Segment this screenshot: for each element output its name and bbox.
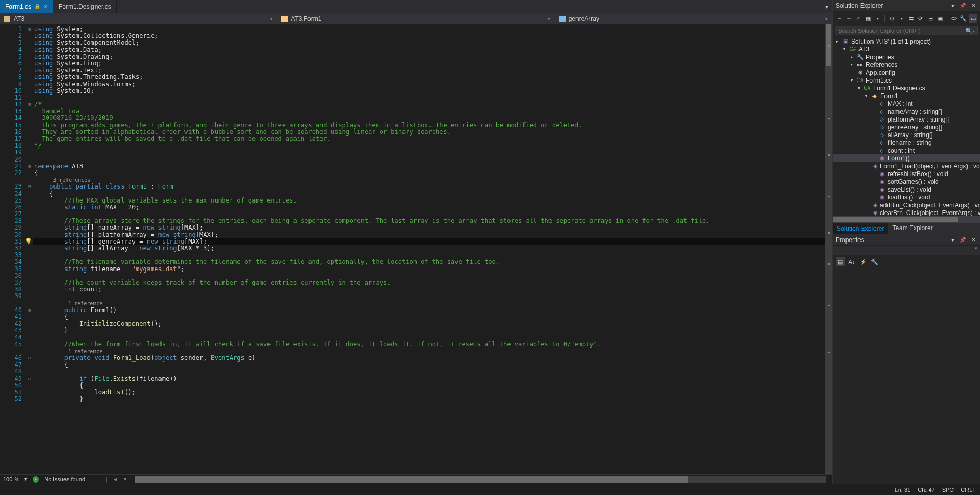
tree-horizontal-scrollbar[interactable] bbox=[833, 216, 980, 223]
code-editor[interactable]: 1234567891011121314151617181920212223242… bbox=[0, 24, 832, 474]
nav-caret[interactable]: ▾ bbox=[124, 476, 127, 483]
status-eol[interactable]: CRLF bbox=[961, 487, 976, 493]
status-line[interactable]: Ln: 31 bbox=[895, 487, 911, 493]
zoom-level[interactable]: 100 % bbox=[3, 476, 19, 483]
tree-node[interactable]: ▾C#Form1.Designer.cs bbox=[833, 84, 980, 92]
tree-node[interactable]: ◇platformArray : string[] bbox=[833, 115, 980, 123]
tree-label: saveList() : void bbox=[888, 185, 931, 194]
tab-solution-explorer[interactable]: Solution Explorer bbox=[833, 223, 888, 234]
preview-icon[interactable]: ▭ bbox=[969, 14, 976, 23]
change-marker bbox=[828, 352, 830, 353]
tree-node[interactable]: ◉loadList() : void bbox=[833, 193, 980, 201]
code-icon[interactable]: <> bbox=[950, 14, 958, 23]
events-icon[interactable]: ⚡ bbox=[858, 257, 868, 266]
scrollbar-thumb[interactable] bbox=[833, 217, 958, 222]
pin-icon[interactable]: 📌 bbox=[959, 237, 966, 243]
tree-label: sortGames() : void bbox=[888, 178, 939, 186]
tree-node[interactable]: ◉Form1() bbox=[833, 154, 980, 162]
mth-icon: ◉ bbox=[878, 155, 885, 162]
tree-node[interactable]: ◇MAX : int bbox=[833, 100, 980, 108]
tree-node[interactable]: ◇count : int bbox=[833, 146, 980, 154]
properties-wrench-icon[interactable]: 🔧 bbox=[870, 257, 879, 266]
solution-explorer-header: Solution Explorer ▾ 📌 ✕ bbox=[833, 0, 980, 11]
zoom-caret[interactable]: ▾ bbox=[24, 476, 28, 483]
status-char[interactable]: Ch: 47 bbox=[918, 487, 934, 493]
switch-views-icon[interactable]: ▦ bbox=[864, 14, 871, 23]
close-icon[interactable]: ✕ bbox=[970, 237, 977, 243]
tree-node[interactable]: ▾C#AT3 bbox=[833, 45, 980, 53]
tab-team-explorer[interactable]: Team Explorer bbox=[888, 223, 936, 234]
mth-icon: ◉ bbox=[873, 202, 878, 208]
properties-grid bbox=[833, 269, 980, 484]
tree-node[interactable]: ▸▸▸References bbox=[833, 61, 980, 69]
filter-icon[interactable]: ⊙ bbox=[888, 14, 895, 23]
caret-icon[interactable]: ▾ bbox=[898, 14, 905, 23]
tree-node[interactable]: ◇nameArray : string[] bbox=[833, 108, 980, 115]
tree-node[interactable]: ◉refreshListBox() : void bbox=[833, 170, 980, 178]
solution-tree[interactable]: ▸▣Solution 'AT3' (1 of 1 project)▾C#AT3▸… bbox=[833, 36, 980, 216]
tree-node[interactable]: ◇genreArray : string[] bbox=[833, 123, 980, 131]
refresh-icon[interactable]: ⟳ bbox=[917, 14, 924, 23]
tree-caret[interactable]: ▾ bbox=[864, 92, 869, 100]
properties-object-dropdown[interactable]: ▾ bbox=[833, 246, 980, 255]
search-icon[interactable]: 🔍▾ bbox=[965, 28, 975, 34]
solution-search-input[interactable] bbox=[835, 26, 978, 35]
tree-node[interactable]: ◇filename : string bbox=[833, 139, 980, 146]
mth-icon: ◉ bbox=[878, 194, 885, 200]
tab-label: Form1.Designer.cs bbox=[59, 3, 111, 10]
tree-node[interactable]: ◉clearBtn_Click(object, EventArgs) : voi… bbox=[833, 209, 980, 216]
change-marker bbox=[828, 45, 830, 47]
window-dropdown-button[interactable]: ▾ bbox=[949, 3, 956, 8]
horizontal-scrollbar[interactable] bbox=[135, 476, 826, 483]
status-indent[interactable]: SPC bbox=[942, 487, 954, 493]
close-icon[interactable]: ✕ bbox=[44, 4, 48, 9]
tree-caret[interactable]: ▾ bbox=[849, 76, 854, 85]
properties-icon[interactable]: 🔧 bbox=[960, 14, 967, 23]
code-area[interactable]: using System;using System.Collections.Ge… bbox=[33, 24, 825, 474]
close-icon[interactable]: ✕ bbox=[970, 3, 977, 8]
file-tabs: Form1.cs 🔒 ✕ Form1.Designer.cs ▾ bbox=[0, 0, 832, 13]
tab-form1-cs[interactable]: Form1.cs 🔒 ✕ bbox=[0, 0, 53, 13]
tree-node[interactable]: ▸▣Solution 'AT3' (1 of 1 project) bbox=[833, 37, 980, 45]
back-icon[interactable]: ← bbox=[836, 14, 843, 23]
home-icon[interactable]: ⌂ bbox=[855, 14, 862, 23]
mth-icon: ◉ bbox=[873, 163, 878, 169]
nav-member[interactable]: genreArray ▾ bbox=[555, 13, 832, 24]
tree-caret[interactable]: ▸ bbox=[849, 53, 854, 61]
nav-class[interactable]: AT3.Form1 ▾ bbox=[277, 13, 555, 24]
issues-label[interactable]: No issues found bbox=[44, 476, 85, 483]
tree-label: Form1.cs bbox=[866, 76, 892, 85]
pin-icon[interactable]: 📌 bbox=[959, 3, 966, 8]
tree-caret[interactable]: ▸ bbox=[835, 37, 840, 46]
tree-caret[interactable]: ▸ bbox=[849, 61, 854, 69]
tree-node[interactable]: ▾C#Form1.cs bbox=[833, 76, 980, 84]
tree-caret[interactable]: ▾ bbox=[856, 84, 862, 92]
show-all-icon[interactable]: ▣ bbox=[936, 14, 943, 23]
tree-node[interactable]: ◉sortGames() : void bbox=[833, 178, 980, 185]
forward-icon[interactable]: → bbox=[845, 14, 852, 23]
issues-ok-icon: ✓ bbox=[33, 476, 39, 483]
tree-node[interactable]: ▸🔧Properties bbox=[833, 53, 980, 61]
tree-node[interactable]: ⚙App.config bbox=[833, 69, 980, 76]
nav-namespace[interactable]: AT3 ▾ bbox=[0, 13, 277, 24]
fold-column[interactable]: ⊟⊟⊟⊟⊟⊟⊟ bbox=[26, 24, 33, 474]
tree-node[interactable]: ◉saveList() : void bbox=[833, 185, 980, 193]
nav-back[interactable]: ◄ bbox=[113, 476, 118, 483]
tree-node[interactable]: ◉addBtn_Click(object, EventArgs) : void bbox=[833, 201, 980, 209]
lightbulb-icon[interactable]: 💡 bbox=[25, 238, 32, 245]
vertical-scrollbar[interactable]: ✚ bbox=[825, 24, 832, 474]
tree-label: count : int bbox=[888, 146, 915, 155]
sync-icon[interactable]: ⇆ bbox=[907, 14, 915, 23]
window-dropdown-button[interactable]: ▾ bbox=[949, 237, 956, 243]
collapse-icon[interactable]: ⊟ bbox=[927, 14, 934, 23]
tree-caret[interactable]: ▾ bbox=[842, 45, 847, 53]
tree-node[interactable]: ▾◆Form1 bbox=[833, 92, 980, 100]
tab-form1-designer-cs[interactable]: Form1.Designer.cs bbox=[53, 0, 117, 13]
tree-node[interactable]: ◉Form1_Load(object, EventArgs) : void bbox=[833, 162, 980, 170]
tabs-dropdown[interactable]: ▾ bbox=[822, 0, 832, 13]
alphabetical-icon[interactable]: A↓ bbox=[847, 257, 856, 266]
categorized-icon[interactable]: ▤ bbox=[836, 257, 845, 266]
caret-icon[interactable]: ▾ bbox=[874, 14, 881, 23]
tree-node[interactable]: ◇allArray : string[] bbox=[833, 131, 980, 139]
scrollbar-thumb[interactable] bbox=[135, 476, 688, 483]
